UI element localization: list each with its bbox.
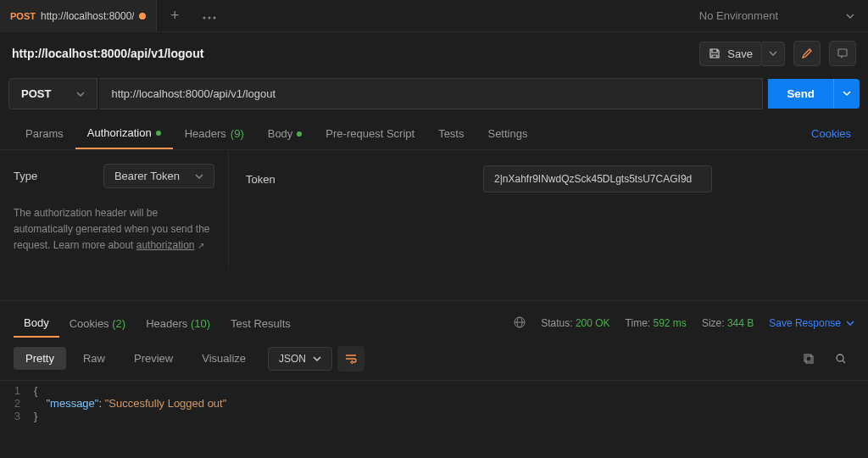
chevron-down-icon [313,355,321,363]
tab-prerequest[interactable]: Pre-request Script [314,119,426,148]
view-preview-button[interactable]: Preview [122,347,185,370]
wrap-lines-button[interactable] [337,346,364,371]
edit-button[interactable] [793,41,821,66]
svg-point-8 [837,355,843,361]
save-response-button[interactable]: Save Response [769,317,854,329]
external-link-icon: ↗ [198,241,204,250]
svg-rect-7 [806,356,813,363]
chevron-down-icon [843,89,851,98]
tab-indicator-icon [156,131,161,136]
request-tab[interactable]: POST http://localhost:8000/ [0,0,157,31]
search-button[interactable] [827,346,854,371]
auth-type-label: Type [14,170,37,182]
wrap-icon [344,354,358,364]
url-input[interactable] [99,78,763,109]
tab-overflow-button[interactable] [192,9,226,22]
save-button[interactable]: Save [699,42,762,66]
tab-body[interactable]: Body [256,119,314,148]
unsaved-indicator-icon [139,13,146,20]
format-select[interactable]: JSON [268,347,332,371]
cookies-link[interactable]: Cookies [808,119,854,148]
size-label: Size: [702,317,725,329]
view-pretty-button[interactable]: Pretty [14,347,66,370]
token-input[interactable] [483,165,712,193]
time-value: 592 ms [654,317,687,329]
pencil-icon [801,47,813,59]
copy-icon [803,353,815,365]
tab-headers[interactable]: Headers (9) [173,119,256,148]
token-label: Token [246,173,466,186]
chevron-down-icon [76,90,85,98]
size-value: 344 B [727,317,754,329]
tab-title: http://localhost:8000/ [41,10,134,22]
search-icon [835,353,847,365]
auth-doc-link[interactable]: authorization [136,239,195,251]
chevron-down-icon [195,172,203,181]
response-body[interactable]: 1{ 2 "message": "Succesfully Logged out"… [0,381,868,426]
status-label: Status: [541,317,572,329]
svg-rect-6 [804,355,811,361]
method-select[interactable]: POST [8,78,97,109]
view-raw-button[interactable]: Raw [71,347,117,370]
add-tab-button[interactable]: + [157,7,193,25]
comment-icon [837,47,849,59]
auth-description: The authorization header will be automat… [14,205,214,254]
view-visualize-button[interactable]: Visualize [190,347,258,370]
save-dropdown-button[interactable] [762,42,785,66]
svg-point-0 [203,17,206,20]
chevron-down-icon [769,49,777,58]
response-tab-body[interactable]: Body [14,310,59,338]
svg-point-1 [209,17,211,20]
send-button[interactable]: Send [768,79,833,109]
send-dropdown-button[interactable] [833,79,860,109]
chevron-down-icon [846,319,854,327]
method-value: POST [21,87,51,100]
tab-indicator-icon [297,131,302,137]
comment-button[interactable] [829,41,856,66]
response-tab-headers[interactable]: Headers (10) [136,310,220,337]
svg-point-2 [214,17,216,20]
tab-settings[interactable]: Settings [476,119,539,148]
environment-select[interactable]: No Environment [686,0,868,31]
environment-label: No Environment [699,9,778,22]
status-value: 200 OK [576,317,610,329]
tab-tests[interactable]: Tests [426,119,476,148]
tab-method-badge: POST [10,11,36,21]
request-breadcrumb: http://localhost:8000/api/v1/logout [12,47,203,60]
save-label: Save [727,47,753,60]
response-tab-tests[interactable]: Test Results [220,310,301,337]
tab-authorization[interactable]: Authorization [75,118,173,149]
globe-icon[interactable] [514,316,526,331]
response-tab-cookies[interactable]: Cookies (2) [59,310,136,337]
save-icon [709,47,721,59]
time-label: Time: [626,317,651,329]
svg-rect-3 [838,49,847,56]
auth-type-select[interactable]: Bearer Token [103,164,214,188]
chevron-down-icon [846,12,854,20]
tab-params[interactable]: Params [14,119,75,148]
copy-button[interactable] [795,346,822,371]
